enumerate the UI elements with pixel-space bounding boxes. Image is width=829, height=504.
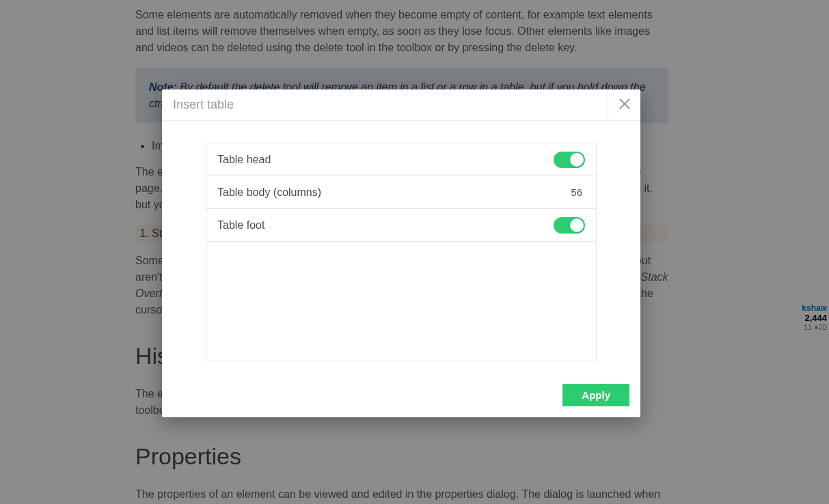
toggle-knob [570,219,584,232]
option-label: Table foot [217,219,554,232]
insert-table-dialog: Insert table Table head Table body (colu… [162,89,640,417]
dialog-body: Table head Table body (columns) 56 Table… [162,121,640,373]
option-row-table-body[interactable]: Table body (columns) 56 [206,176,596,209]
dialog-footer: Apply [162,373,640,417]
option-label: Table body (columns) [217,186,571,199]
toggle-knob [570,153,584,167]
dialog-title: Insert table [162,98,608,112]
close-button[interactable] [608,89,640,121]
option-list: Table head Table body (columns) 56 Table… [206,143,597,361]
columns-value: 56 [571,186,585,198]
close-icon [619,98,631,113]
option-label: Table head [217,154,554,166]
apply-button[interactable]: Apply [562,384,629,406]
option-row-table-head: Table head [206,143,596,176]
table-head-toggle[interactable] [554,152,585,168]
table-foot-toggle[interactable] [554,217,585,234]
option-row-table-foot: Table foot [206,209,596,242]
dialog-header: Insert table [162,89,640,121]
